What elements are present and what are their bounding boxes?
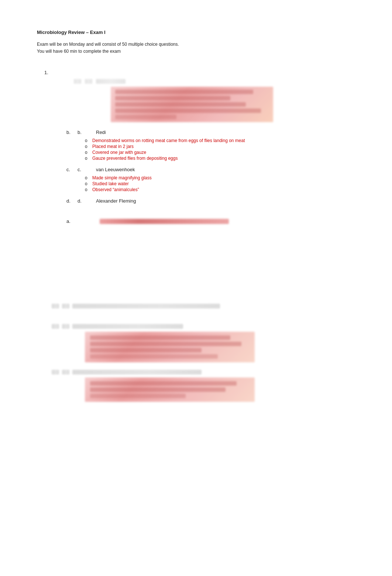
section-d-label: d. d. Alexander Fleming [66, 198, 355, 204]
list-item: o Gauze prevented flies from depositing … [85, 156, 355, 161]
blur-text [72, 370, 202, 375]
item-text: Demonstrated worms on rotting meat came … [92, 138, 245, 143]
section-c-label: c. c. van Leeuwenhoek [66, 167, 355, 172]
list-item: o Placed meat in 2 jars [85, 144, 355, 149]
spacer-1 [37, 226, 355, 282]
q1-header-blur-3 [96, 79, 125, 84]
blur-num [52, 370, 59, 375]
item-text: Covered one jar with gauze [92, 150, 146, 155]
bottom-red-block-2 [85, 377, 255, 402]
section-d-letter: d. [66, 198, 78, 204]
blur-sub [62, 304, 69, 308]
spacer-2 [37, 313, 355, 324]
item-text: Studied lake water [92, 181, 129, 186]
exam-info: Exam will be on Monday and will consist … [37, 41, 355, 55]
q1-header-blur-1 [74, 79, 81, 84]
section-a-letter: a. [66, 218, 78, 224]
list-item: o Demonstrated worms on rotting meat cam… [85, 138, 355, 143]
question-1-text-blurred [74, 79, 355, 122]
section-c-letter: c. [66, 167, 78, 172]
item-text: Made simple magnifying glass [92, 175, 152, 180]
q1-redacted-block [111, 87, 273, 122]
blur-sub [62, 370, 69, 375]
section-a-label: a. [66, 218, 355, 224]
blur-num [52, 304, 59, 308]
page-container: Microbiology Review – Exam I Exam will b… [37, 30, 355, 402]
page-title: Microbiology Review – Exam I [37, 30, 355, 35]
item-text: Gauze prevented flies from depositing eg… [92, 156, 178, 161]
section-b-subletter: b. [78, 130, 96, 135]
list-item: o Studied lake water [85, 181, 355, 186]
blurred-question-row-3 [52, 324, 355, 329]
question-1-number: 1. [44, 70, 355, 75]
q1-header-blur-2 [85, 79, 92, 84]
blurred-question-row-4 [52, 370, 355, 375]
section-d-subletter: d. [78, 198, 96, 204]
section-d-name: Alexander Fleming [96, 198, 136, 204]
list-item: o Made simple magnifying glass [85, 175, 355, 180]
section-a-blurred [100, 219, 229, 224]
question-1: 1. b. b. Redi o Demons [37, 70, 355, 402]
blur-text [72, 304, 220, 308]
blur-text [72, 324, 183, 329]
exam-info-line2: You will have 60 min to complete the exa… [37, 48, 355, 55]
bottom-questions [37, 304, 355, 402]
section-c-items: o Made simple magnifying glass o Studied… [85, 175, 355, 192]
exam-info-line1: Exam will be on Monday and will consist … [37, 41, 355, 48]
section-b-name: Redi [96, 130, 106, 135]
blur-num [52, 324, 59, 329]
item-text: Placed meat in 2 jars [92, 144, 134, 149]
blur-sub [62, 324, 69, 329]
section-c-name: van Leeuwenhoek [96, 167, 135, 172]
list-item: o Observed “animalcules” [85, 187, 355, 192]
item-text: Observed “animalcules” [92, 187, 139, 192]
section-b-label: b. b. Redi [66, 130, 355, 135]
list-item: o Covered one jar with gauze [85, 150, 355, 155]
blurred-question-row-2 [52, 304, 355, 308]
bottom-red-block-1 [85, 332, 255, 362]
section-b-items: o Demonstrated worms on rotting meat cam… [85, 138, 355, 161]
section-c-subletter: c. [78, 167, 96, 172]
section-b-letter: b. [66, 130, 78, 135]
